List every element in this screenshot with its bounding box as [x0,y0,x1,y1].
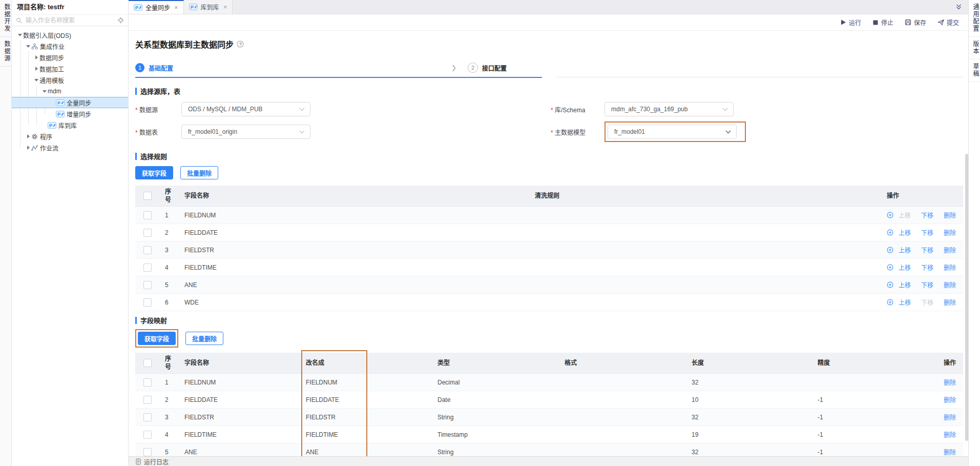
delete-link[interactable]: 删除 [944,246,956,254]
tree-caret-icon[interactable] [33,66,39,72]
rename-cell[interactable]: FIELDDATE [298,391,429,409]
move-up-link[interactable]: 上移 [899,298,911,307]
move-up-link[interactable]: 上移 [899,211,911,219]
tree-node[interactable]: P 库到库 [12,119,128,131]
move-down-link[interactable]: 下移 [921,263,933,272]
row-checkbox[interactable] [143,264,152,272]
field-name-cell: FIELDDATE [176,224,527,241]
help-icon[interactable]: ? [237,40,244,48]
tree-caret-icon[interactable] [41,88,48,94]
right-rail-tab[interactable]: 通用配置 [969,0,980,37]
left-rail-tab[interactable]: 数据开发 [0,0,11,37]
select-all-checkbox[interactable] [143,359,152,367]
tree-node[interactable]: P 数据加工 [12,63,128,74]
left-rail-tab[interactable]: 数据源 [0,37,11,67]
stop-button[interactable]: 停止 [872,18,893,27]
tree-node[interactable]: P 数据引入层(ODS) [12,29,128,40]
tree-caret-icon[interactable] [33,54,39,60]
right-rail-tab[interactable]: 草稿 [969,59,980,82]
delete-link[interactable]: 删除 [944,263,956,272]
move-up-link[interactable]: 上移 [899,280,911,289]
move-down-link[interactable]: 下移 [921,280,933,289]
add-rule-icon[interactable] [887,247,893,253]
move-down-link[interactable]: 下移 [921,298,933,307]
run-log-bar[interactable]: 运行日志 [129,456,968,466]
batch-delete-button[interactable]: 批量删除 [180,166,218,179]
tree-node-label: 数据引入层(ODS) [23,31,71,39]
delete-link[interactable]: 删除 [944,280,956,289]
move-up-link[interactable]: 上移 [899,228,911,237]
delete-link[interactable]: 删除 [944,397,956,404]
move-down-link[interactable]: 下移 [921,228,933,237]
svg-text:P: P [57,100,60,106]
delete-link[interactable]: 删除 [944,228,956,237]
delete-link[interactable]: 删除 [944,449,956,456]
row-checkbox[interactable] [143,246,152,254]
step-interface-config[interactable]: ❯ 2 接口配置 [451,63,507,73]
add-rule-icon[interactable] [887,229,893,236]
table-select[interactable]: fr_model01_origin [181,125,310,139]
row-checkbox[interactable] [143,211,152,219]
row-checkbox[interactable] [143,396,152,404]
search-input[interactable] [25,16,115,25]
select-all-checkbox[interactable] [143,192,152,200]
rename-cell[interactable]: FIELDNUM [298,374,429,391]
add-rule-icon[interactable] [887,299,893,306]
editor-tab[interactable]: P 全量同步 × [129,0,184,14]
close-icon[interactable]: × [223,4,227,10]
delete-link[interactable]: 删除 [944,432,956,439]
row-checkbox[interactable] [143,448,152,456]
row-checkbox[interactable] [143,229,152,237]
tree-node[interactable]: P 程序 [12,131,128,142]
tree-node[interactable]: P 通用模板 [12,74,128,86]
row-checkbox[interactable] [143,281,152,289]
locate-node-icon[interactable] [117,17,124,24]
move-up-link[interactable]: 上移 [899,263,911,272]
right-rail-tab[interactable]: 版本 [969,37,980,59]
tree-caret-icon[interactable] [50,99,56,106]
tree-node[interactable]: P 全量同步 [12,97,128,108]
run-button[interactable]: 运行 [840,18,861,27]
tree-node[interactable]: P 集成作业 [12,40,128,52]
delete-link[interactable]: 删除 [944,414,956,421]
datasource-select[interactable]: ODS / MySQL / MDM_PUB [181,102,310,116]
tree-caret-icon[interactable] [25,43,31,49]
fetch-fields-button[interactable]: 获取字段 [135,166,173,179]
move-down-link[interactable]: 下移 [921,246,933,254]
move-down-link[interactable]: 下移 [921,211,933,219]
add-rule-icon[interactable] [887,212,893,218]
row-checkbox[interactable] [143,298,152,307]
delete-link[interactable]: 删除 [944,211,956,219]
row-checkbox[interactable] [143,378,152,387]
submit-button[interactable]: 提交 [937,18,959,27]
step-basic-config[interactable]: 1 基础配置 [135,63,173,72]
editor-tab[interactable]: P 库到库 × [184,0,233,14]
tree-caret-icon[interactable] [33,77,39,83]
tree-caret-icon[interactable] [17,32,23,38]
row-checkbox[interactable] [143,431,152,439]
close-icon[interactable]: × [174,4,178,11]
schema-select[interactable]: mdm_afc_730_ga_169_pub [604,102,734,116]
batch-delete-button-mapping[interactable]: 批量删除 [185,332,223,345]
rename-cell[interactable]: FIELDSTR [298,409,429,426]
save-button[interactable]: 保存 [905,18,926,27]
delete-link[interactable]: 删除 [944,379,956,387]
tree-caret-icon[interactable] [50,111,56,117]
rename-cell[interactable]: FIELDTIME [298,426,429,443]
delete-link[interactable]: 删除 [944,298,956,307]
add-rule-icon[interactable] [887,281,893,288]
tree-caret-icon[interactable] [25,145,31,151]
rename-cell[interactable]: ANE [298,443,429,457]
fetch-fields-button-mapping[interactable]: 获取字段 [138,332,176,345]
double-chevron-down-icon[interactable] [955,4,962,10]
move-up-link[interactable]: 上移 [899,246,911,254]
tree-node[interactable]: P 数据同步 [12,52,128,63]
tree-node[interactable]: P mdm [12,86,128,97]
tree-caret-icon[interactable] [25,133,31,139]
tree-caret-icon[interactable] [41,122,48,128]
tree-node[interactable]: P 增量同步 [12,108,128,119]
master-model-select[interactable]: fr_model01 [608,125,737,139]
add-rule-icon[interactable] [887,264,893,271]
tree-node[interactable]: P 作业流 [12,142,128,153]
row-checkbox[interactable] [143,413,152,421]
